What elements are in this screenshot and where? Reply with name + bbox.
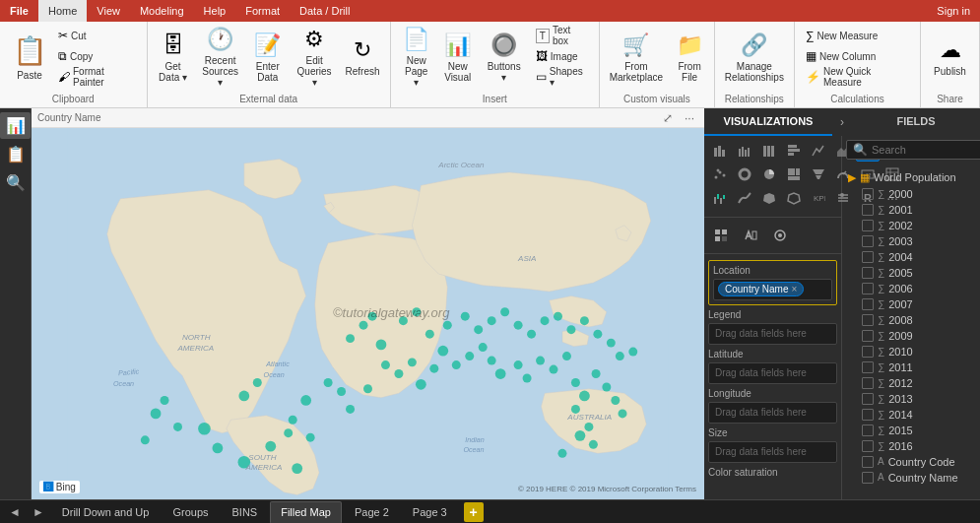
add-page-button[interactable]: + [464, 502, 484, 522]
menu-help[interactable]: Help [194, 0, 236, 22]
menu-home[interactable]: Home [38, 0, 87, 22]
field-country-name[interactable]: ACountry Name [846, 470, 980, 486]
field-year-2012[interactable]: ∑2012 [846, 375, 980, 391]
field-year-2003[interactable]: ∑2003 [846, 233, 980, 249]
field-year-2004[interactable]: ∑2004 [846, 249, 980, 265]
visualizations-tab[interactable]: VISUALIZATIONS [704, 108, 832, 136]
next-page-button[interactable]: ► [28, 502, 49, 522]
latitude-drop-box[interactable]: Drag data fields here [708, 362, 837, 384]
year-checkbox-2002[interactable] [862, 220, 874, 231]
viz-ribbon[interactable] [733, 187, 756, 209]
viz-pie[interactable] [757, 163, 781, 185]
checkbox-Country Code[interactable] [862, 456, 874, 468]
buttons-button[interactable]: 🔘 Buttons ▾ [480, 26, 529, 89]
size-drop-box[interactable]: Drag data fields here [708, 441, 837, 463]
viz-filled-map[interactable] [757, 187, 781, 209]
year-checkbox-2010[interactable] [862, 346, 874, 358]
new-column-button[interactable]: ▦ New Column [801, 46, 914, 66]
viz-fields-icon[interactable] [708, 224, 734, 247]
tab-filled-map[interactable]: Filled Map [270, 501, 342, 523]
viz-shape-map[interactable] [782, 187, 806, 209]
year-checkbox-2013[interactable] [862, 393, 874, 405]
field-year-2010[interactable]: ∑2010 [846, 344, 980, 360]
year-checkbox-2005[interactable] [862, 267, 874, 279]
viz-100-stacked-bar[interactable] [757, 140, 781, 162]
from-marketplace-button[interactable]: 🛒 FromMarketplace [605, 26, 668, 89]
recent-sources-button[interactable]: 🕐 RecentSources ▾ [195, 26, 246, 89]
fields-tab[interactable]: FIELDS [852, 108, 980, 136]
copy-button[interactable]: ⧉ Copy [53, 46, 141, 66]
year-checkbox-2003[interactable] [862, 235, 874, 247]
prev-page-button[interactable]: ◄ [4, 502, 26, 522]
tab-drill-down-and-up[interactable]: Drill Down and Up [51, 501, 161, 523]
field-year-2001[interactable]: ∑2001 [846, 202, 980, 218]
year-checkbox-2007[interactable] [862, 298, 874, 310]
menu-view[interactable]: View [87, 0, 130, 22]
sign-in[interactable]: Sign in [937, 5, 980, 17]
new-page-button[interactable]: 📄 NewPage ▾ [397, 26, 436, 89]
field-year-2006[interactable]: ∑2006 [846, 281, 980, 296]
viz-stacked-bar[interactable] [708, 140, 732, 162]
publish-button[interactable]: ☁ Publish [929, 26, 971, 89]
year-checkbox-2011[interactable] [862, 361, 874, 373]
field-year-2011[interactable]: ∑2011 [846, 360, 980, 375]
new-measure-button[interactable]: ∑ New Measure [801, 26, 914, 45]
tab-page-2[interactable]: Page 2 [344, 501, 400, 523]
menu-data-drill[interactable]: Data / Drill [290, 0, 359, 22]
tab-groups[interactable]: Groups [162, 501, 219, 523]
field-year-2016[interactable]: ∑2016 [846, 438, 980, 454]
fields-search-input[interactable] [872, 144, 980, 156]
model-view-icon[interactable]: 🔍 [0, 169, 31, 196]
viz-treemap[interactable] [782, 163, 806, 185]
location-chip-close[interactable]: × [791, 284, 797, 294]
field-year-2015[interactable]: ∑2015 [846, 423, 980, 438]
year-checkbox-2001[interactable] [862, 204, 874, 216]
get-data-button[interactable]: 🗄 GetData ▾ [154, 26, 193, 89]
viz-donut[interactable] [733, 163, 756, 185]
viz-funnel[interactable] [807, 163, 830, 185]
new-visual-button[interactable]: 📊 NewVisual [438, 26, 478, 89]
edit-queries-button[interactable]: ⚙ EditQueries ▾ [290, 26, 340, 89]
year-checkbox-2014[interactable] [862, 409, 874, 421]
viz-waterfall[interactable] [708, 187, 732, 209]
viz-format-icon[interactable] [738, 224, 763, 247]
text-box-button[interactable]: T Text box [531, 26, 593, 45]
paste-button[interactable]: 📋 Paste [6, 26, 53, 89]
year-checkbox-2000[interactable] [862, 188, 874, 200]
panel-expand-arrow[interactable]: › [832, 108, 852, 136]
year-checkbox-2009[interactable] [862, 330, 874, 342]
field-year-2009[interactable]: ∑2009 [846, 328, 980, 344]
year-checkbox-2008[interactable] [862, 314, 874, 326]
field-year-2000[interactable]: ∑2000 [846, 186, 980, 202]
viz-stacked-bar-h[interactable] [782, 140, 806, 162]
menu-modeling[interactable]: Modeling [130, 0, 194, 22]
shapes-button[interactable]: ▭ Shapes ▾ [531, 67, 593, 87]
from-file-button[interactable]: 📁 FromFile [670, 26, 709, 89]
new-quick-measure-button[interactable]: ⚡ New Quick Measure [801, 67, 914, 87]
field-year-2008[interactable]: ∑2008 [846, 312, 980, 328]
viz-clustered-bar[interactable] [733, 140, 756, 162]
field-year-2005[interactable]: ∑2005 [846, 265, 980, 281]
year-checkbox-2016[interactable] [862, 440, 874, 452]
longitude-drop-box[interactable]: Drag data fields here [708, 402, 837, 424]
viz-line[interactable] [807, 140, 830, 162]
image-button[interactable]: 🖼 Image [531, 46, 593, 66]
refresh-button[interactable]: ↻ Refresh [341, 26, 383, 89]
report-view-icon[interactable]: 📊 [0, 112, 31, 139]
viz-kpi[interactable]: KPI [807, 187, 830, 209]
menu-format[interactable]: Format [235, 0, 290, 22]
viz-analytics-icon[interactable] [767, 224, 793, 247]
map-expand-icon[interactable]: ⤢ [659, 109, 677, 127]
cut-button[interactable]: ✂ Cut [53, 26, 141, 45]
legend-drop-box[interactable]: Drag data fields here [708, 323, 837, 345]
field-year-2007[interactable]: ∑2007 [846, 296, 980, 312]
field-year-2014[interactable]: ∑2014 [846, 407, 980, 423]
field-year-2002[interactable]: ∑2002 [846, 218, 980, 233]
checkbox-Country Name[interactable] [862, 472, 874, 484]
year-checkbox-2006[interactable] [862, 283, 874, 294]
field-country-code[interactable]: ACountry Code [846, 454, 980, 470]
menu-file[interactable]: File [0, 0, 38, 22]
tab-bins[interactable]: BINS [222, 501, 269, 523]
year-checkbox-2004[interactable] [862, 251, 874, 263]
data-view-icon[interactable]: 📋 [0, 141, 31, 167]
